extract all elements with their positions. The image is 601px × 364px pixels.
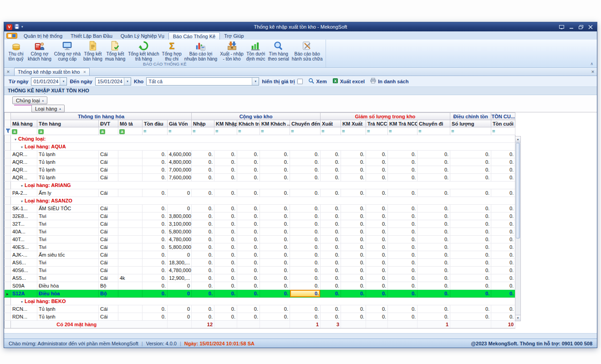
cell-km_tra_ncc[interactable]: 0. xyxy=(388,313,418,321)
cell-tra_ncc[interactable]: 0. xyxy=(366,212,388,220)
cell-mo_ta[interactable] xyxy=(118,158,143,166)
cell-mo_ta[interactable] xyxy=(118,151,143,158)
cell-chuyen_di[interactable]: 0. xyxy=(418,305,450,313)
cell-km_tra_ncc[interactable]: 0. xyxy=(388,205,418,212)
table-row[interactable]: 40S6...TiviCái0.4,780,0000.0.0.0.0.0.0.0… xyxy=(5,267,515,274)
cell-chuyen_di[interactable]: 0. xyxy=(418,313,450,321)
cell-ten_hang[interactable]: Tủ lạnh xyxy=(37,166,99,174)
cell-km_nhap[interactable]: 0. xyxy=(214,212,237,220)
cell-km_nhap[interactable]: 0. xyxy=(214,220,237,228)
cell-km_khach[interactable]: 0. xyxy=(260,290,290,298)
cell-khach_tra[interactable]: 0. xyxy=(237,282,260,290)
cell-chuyen_den[interactable]: 0. xyxy=(290,228,321,236)
table-row[interactable]: RCN...Tủ lạnhCái0.00.0.0.0.0.0.0.0.0.0.0… xyxy=(5,305,515,313)
cell-ma_hang[interactable]: S12A xyxy=(11,290,37,298)
cell-chuyen_di[interactable]: 0. xyxy=(418,251,450,259)
cell-km_tra_ncc[interactable]: 0. xyxy=(388,259,418,267)
cell-dvt[interactable]: Cái xyxy=(99,236,118,243)
cell-km_tra_ncc[interactable]: 0. xyxy=(388,290,418,298)
column-header-km_khach[interactable]: KM Khách ... xyxy=(260,120,290,127)
cell-km_tra_ncc[interactable]: 0. xyxy=(388,220,418,228)
cell-tra_ncc[interactable]: 0. xyxy=(366,205,388,212)
cell-mo_ta[interactable] xyxy=(118,282,143,290)
table-row[interactable]: 32T...TiviCái0.3,100,0000.0.0.0.0.0.0.0.… xyxy=(5,220,515,228)
scroll-up-icon[interactable]: ▲ xyxy=(515,136,520,142)
ribbon-button-tong-hop-thu-chi[interactable]: ΣTổng hợpthu chi xyxy=(161,40,183,61)
cell-so_luong[interactable]: 0. xyxy=(450,313,491,321)
cell-ton_dau[interactable]: 0. xyxy=(143,267,168,274)
filter-cell-chuyen_di[interactable]: = xyxy=(418,127,450,135)
chevron-down-icon[interactable]: ▾ xyxy=(252,78,259,85)
cell-chuyen_den[interactable]: 0. xyxy=(290,267,321,274)
cell-so_luong[interactable]: 0. xyxy=(450,151,491,158)
cell-so_luong[interactable]: 0. xyxy=(450,251,491,259)
cell-ma_hang[interactable]: AQR... xyxy=(11,174,37,182)
cell-mo_ta[interactable] xyxy=(118,290,143,298)
cell-chuyen_di[interactable]: 0. xyxy=(418,174,450,182)
cell-tra_ncc[interactable]: 0. xyxy=(366,290,388,298)
cell-tra_ncc[interactable]: 0. xyxy=(366,151,388,158)
cell-dvt[interactable]: Cái xyxy=(99,313,118,321)
filter-cell-tra_ncc[interactable]: = xyxy=(366,127,388,135)
chevron-down-icon[interactable]: ▾ xyxy=(124,78,131,85)
cell-km_khach[interactable]: 0. xyxy=(260,220,290,228)
from-date-input[interactable]: 01/01/2024 ▾ xyxy=(31,77,67,86)
cell-so_luong[interactable]: 0. xyxy=(450,290,491,298)
cell-km_tra_ncc[interactable]: 0. xyxy=(388,174,418,182)
cell-ma_hang[interactable]: AJK-... xyxy=(11,251,37,259)
cell-gia_von[interactable]: 5,800,000 xyxy=(168,228,192,236)
to-date-input[interactable]: 15/01/2024 ▾ xyxy=(95,77,131,86)
cell-km_tra_ncc[interactable]: 0. xyxy=(388,251,418,259)
cell-km_khach[interactable]: 0. xyxy=(260,305,290,313)
cell-ten_hang[interactable]: Tivi xyxy=(37,274,99,282)
cell-dvt[interactable]: Cái xyxy=(99,212,118,220)
cell-dvt[interactable]: Cái xyxy=(99,251,118,259)
cell-ton_cuoi[interactable]: 0. xyxy=(491,282,515,290)
column-header-gia_von[interactable]: Giá Vốn xyxy=(168,120,192,127)
cell-nhap[interactable]: 0. xyxy=(192,151,214,158)
cell-mo_ta[interactable] xyxy=(118,251,143,259)
cell-gia_von[interactable]: 5,800,000 xyxy=(168,243,192,251)
ribbon-tab[interactable]: Thiết Lập Ban Đầu xyxy=(66,32,117,40)
cell-ten_hang[interactable]: Tủ lạnh xyxy=(37,174,99,182)
save-icon[interactable] xyxy=(14,24,20,30)
cell-ma_hang[interactable]: RDN... xyxy=(11,313,37,321)
cell-km_khach[interactable]: 0. xyxy=(260,166,290,174)
vertical-scrollbar[interactable]: ▲ ▼ xyxy=(515,136,521,321)
cell-tra_ncc[interactable]: 0. xyxy=(366,259,388,267)
cell-xuat[interactable]: 0. xyxy=(321,259,341,267)
cell-chuyen_den[interactable]: 0. xyxy=(290,259,321,267)
display-icon[interactable] xyxy=(557,24,566,30)
cell-km_nhap[interactable]: 0. xyxy=(214,236,237,243)
titlebar[interactable]: V ▾ Thống kê nhập xuất tồn kho - MekongS… xyxy=(4,22,597,31)
cell-mo_ta[interactable] xyxy=(118,205,143,212)
cell-khach_tra[interactable]: 0. xyxy=(237,243,260,251)
close-document-icon[interactable]: ✕ xyxy=(589,70,597,76)
cell-ton_cuoi[interactable]: 0. xyxy=(491,251,515,259)
ribbon-button-tong-ket-ban-hang[interactable]: Tổng kếtbán hàng xyxy=(82,40,104,61)
cell-gia_von[interactable]: 12,900,... xyxy=(168,274,192,282)
horizontal-scrollbar-track[interactable] xyxy=(4,333,597,339)
cell-ma_hang[interactable]: 32E8... xyxy=(11,212,37,220)
cell-gia_von[interactable]: 0 xyxy=(168,189,192,197)
cell-so_luong[interactable]: 0. xyxy=(450,305,491,313)
cell-ton_cuoi[interactable]: 0. xyxy=(491,290,515,298)
cell-so_luong[interactable]: 0. xyxy=(450,220,491,228)
cell-km_tra_ncc[interactable]: 0. xyxy=(388,305,418,313)
cell-km_khach[interactable]: 0. xyxy=(260,205,290,212)
cell-km_khach[interactable]: 0. xyxy=(260,174,290,182)
cell-ma_hang[interactable]: RCN... xyxy=(11,305,37,313)
cell-gia_von[interactable]: 4,600,000 xyxy=(168,151,192,158)
cell-km_tra_ncc[interactable]: 0. xyxy=(388,166,418,174)
column-header-nhap[interactable]: Nhập xyxy=(192,120,214,127)
cell-ma_hang[interactable]: 40S6... xyxy=(11,267,37,274)
cell-dvt[interactable]: Cái xyxy=(99,259,118,267)
cell-ten_hang[interactable]: Tivi xyxy=(37,267,99,274)
cell-xuat[interactable]: 0. xyxy=(321,205,341,212)
column-header-tra_ncc[interactable]: Trả NCC xyxy=(366,120,388,127)
cell-ma_hang[interactable]: AS5... xyxy=(11,274,37,282)
cell-km_xuat[interactable]: 0. xyxy=(341,189,366,197)
column-header-ton_dau[interactable]: Tồn đầu xyxy=(143,120,168,127)
cell-ton_dau[interactable]: 0. xyxy=(143,259,168,267)
cell-xuat[interactable]: 0. xyxy=(321,166,341,174)
